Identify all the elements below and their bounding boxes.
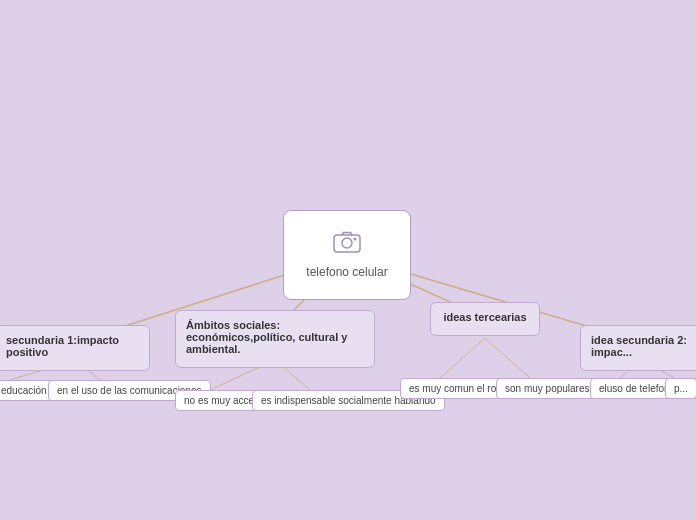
svg-point-14 <box>354 238 357 241</box>
leaf-p[interactable]: p... <box>665 378 696 399</box>
branch-ambitos[interactable]: Ámbitos sociales: económicos,político, c… <box>175 310 375 368</box>
branch-ideas-title: ideas tercearias <box>441 311 529 323</box>
branch-sec1-title: secundaria 1:impacto positivo <box>6 334 139 358</box>
center-node[interactable]: telefono celular <box>283 210 411 300</box>
branch-ideas[interactable]: ideas tercearias <box>430 302 540 336</box>
branch-sec1[interactable]: secundaria 1:impacto positivo <box>0 325 150 371</box>
leaf-populares[interactable]: son muy populares <box>496 378 599 399</box>
svg-line-8 <box>440 338 485 378</box>
center-node-label: telefono celular <box>306 265 387 279</box>
branch-sec2[interactable]: idea secundaria 2: impac... <box>580 325 696 371</box>
mind-map: telefono celular secundaria 1:impacto po… <box>0 0 696 520</box>
branch-sec2-title: idea secundaria 2: impac... <box>591 334 696 358</box>
branch-ambitos-title: Ámbitos sociales: económicos,político, c… <box>186 319 364 355</box>
svg-line-9 <box>485 338 530 378</box>
camera-icon <box>333 231 361 259</box>
